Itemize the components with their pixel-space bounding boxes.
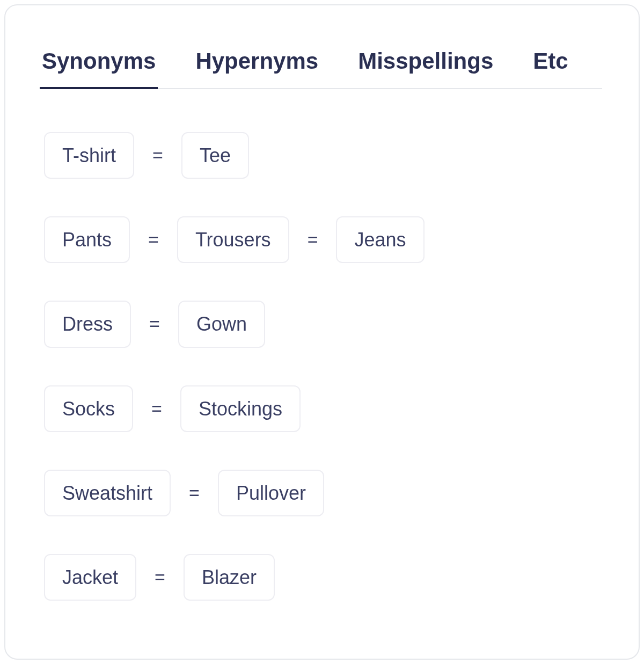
term-box[interactable]: T-shirt bbox=[44, 132, 134, 179]
synonym-row: Sweatshirt = Pullover bbox=[44, 470, 602, 516]
tab-misspellings[interactable]: Misspellings bbox=[358, 43, 493, 88]
term-box[interactable]: Tee bbox=[181, 132, 249, 179]
term-box[interactable]: Socks bbox=[44, 385, 133, 432]
equals-icon: = bbox=[189, 483, 200, 504]
synonym-row: Pants = Trousers = Jeans bbox=[44, 216, 602, 263]
equals-icon: = bbox=[149, 313, 160, 334]
term-box[interactable]: Sweatshirt bbox=[44, 470, 171, 516]
synonym-row: Dress = Gown bbox=[44, 301, 602, 347]
term-box[interactable]: Pullover bbox=[218, 470, 324, 516]
equals-icon: = bbox=[308, 229, 318, 250]
tab-hypernyms[interactable]: Hypernyms bbox=[195, 43, 318, 88]
term-box[interactable]: Trousers bbox=[177, 216, 289, 263]
synonym-row: T-shirt = Tee bbox=[44, 132, 602, 179]
synonym-row: Socks = Stockings bbox=[44, 385, 602, 432]
term-box[interactable]: Stockings bbox=[180, 385, 301, 432]
term-box[interactable]: Jacket bbox=[44, 554, 136, 601]
term-box[interactable]: Gown bbox=[178, 301, 265, 347]
equals-icon: = bbox=[151, 398, 162, 419]
term-box[interactable]: Jeans bbox=[336, 216, 424, 263]
tab-etc[interactable]: Etc bbox=[533, 43, 568, 88]
synonyms-panel: Synonyms Hypernyms Misspellings Etc T-sh… bbox=[4, 4, 640, 660]
equals-icon: = bbox=[155, 567, 165, 588]
synonym-row: Jacket = Blazer bbox=[44, 554, 602, 601]
tab-synonyms[interactable]: Synonyms bbox=[42, 43, 156, 88]
term-box[interactable]: Pants bbox=[44, 216, 130, 263]
synonym-list: T-shirt = Tee Pants = Trousers = Jeans D… bbox=[42, 132, 602, 601]
equals-icon: = bbox=[152, 145, 163, 166]
term-box[interactable]: Dress bbox=[44, 301, 131, 347]
term-box[interactable]: Blazer bbox=[184, 554, 275, 601]
tab-bar: Synonyms Hypernyms Misspellings Etc bbox=[42, 43, 602, 89]
equals-icon: = bbox=[148, 229, 159, 250]
